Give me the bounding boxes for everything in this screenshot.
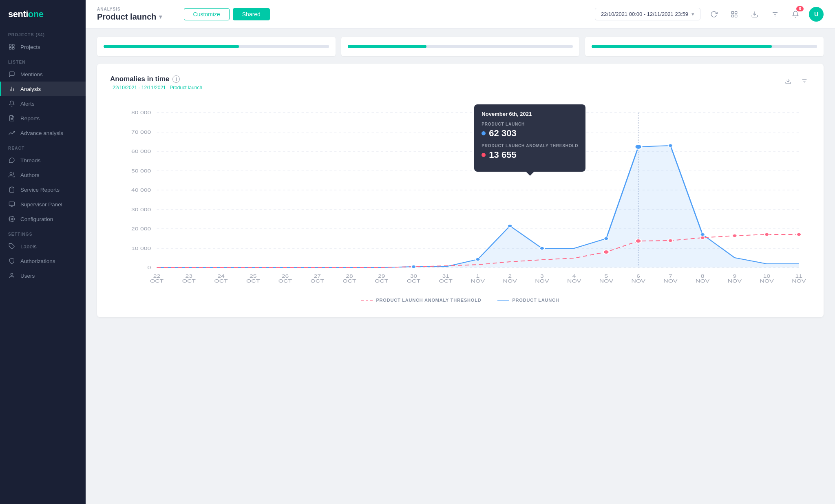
sidebar-item-configuration[interactable]: Configuration <box>0 212 86 226</box>
metric-bar-2 <box>341 37 580 56</box>
sidebar-item-authorizations[interactable]: Authorizations <box>0 254 86 268</box>
sidebar-section-projects: PROJECTS (34) <box>0 27 86 40</box>
sidebar-item-reports[interactable]: Reports <box>0 111 86 126</box>
info-icon[interactable]: i <box>172 75 180 83</box>
svg-text:11: 11 <box>795 274 803 279</box>
monitor-icon <box>8 201 15 208</box>
topbar: ANALYSIS Product launch ▾ Customize Shar… <box>86 0 835 29</box>
message-circle-icon <box>8 157 15 164</box>
svg-text:25: 25 <box>250 274 257 279</box>
sidebar-item-advance-analysis[interactable]: Advance analysis <box>0 126 86 140</box>
title-dropdown-chevron[interactable]: ▾ <box>159 13 162 20</box>
grid-view-button[interactable] <box>727 7 741 21</box>
filter-button[interactable] <box>768 7 782 21</box>
sidebar-item-label: Projects <box>20 44 40 50</box>
svg-text:8: 8 <box>701 274 705 279</box>
sidebar-item-label: Analysis <box>20 86 41 92</box>
svg-point-101 <box>668 239 673 242</box>
sidebar-item-mentions[interactable]: Mentions <box>0 67 86 82</box>
svg-point-100 <box>636 239 641 243</box>
sidebar-item-label: Alerts <box>20 101 35 107</box>
sidebar-item-label: Mentions <box>20 71 43 77</box>
message-icon <box>8 71 15 78</box>
chart-header: Anomalies in time i 22/10/2021 - 12/11/2… <box>110 75 811 91</box>
filter-icon <box>771 11 779 18</box>
main-content: ANALYSIS Product launch ▾ Customize Shar… <box>86 0 835 504</box>
date-range-text: 22/10/2021 00:00 - 12/11/2021 23:59 <box>601 11 688 17</box>
chart-title-wrap: Anomalies in time i 22/10/2021 - 12/11/2… <box>110 75 202 91</box>
clipboard-icon <box>8 186 15 193</box>
bell-icon <box>8 100 15 107</box>
svg-text:31: 31 <box>442 274 449 279</box>
svg-text:10 000: 10 000 <box>131 246 151 251</box>
svg-text:NOV: NOV <box>599 279 613 283</box>
legend-label: PRODUCT LAUNCH <box>512 298 559 303</box>
svg-point-96 <box>635 144 642 149</box>
sidebar-item-label: Authorizations <box>20 258 55 264</box>
download-icon <box>751 11 758 18</box>
sidebar-item-service-reports[interactable]: Service Reports <box>0 182 86 197</box>
trending-up-icon <box>8 129 15 137</box>
sidebar-item-label: Authors <box>20 172 40 178</box>
svg-point-92 <box>475 258 480 261</box>
sidebar-item-label: Reports <box>20 115 40 122</box>
sidebar-item-users[interactable]: Users <box>0 268 86 283</box>
user-icon <box>8 272 15 279</box>
svg-text:30: 30 <box>410 274 418 279</box>
sidebar-item-labels[interactable]: Labels <box>0 239 86 254</box>
svg-text:60 000: 60 000 <box>131 149 151 154</box>
user-avatar[interactable]: U <box>809 7 824 22</box>
notification-button[interactable]: 8 <box>789 7 802 21</box>
svg-rect-10 <box>11 187 13 188</box>
topbar-title-section: ANALYSIS Product launch ▾ <box>97 7 162 22</box>
notification-badge: 8 <box>796 6 804 11</box>
legend-anomaly-threshold: PRODUCT LAUNCH ANOMALY THRESHOLD <box>361 298 481 303</box>
file-text-icon <box>8 115 15 122</box>
svg-point-104 <box>764 233 769 236</box>
chart-title: Anomalies in time i <box>110 75 202 83</box>
chart-download-button[interactable] <box>782 75 794 87</box>
svg-text:2: 2 <box>508 274 512 279</box>
date-range-picker[interactable]: 22/10/2021 00:00 - 12/11/2021 23:59 ▾ <box>595 8 700 20</box>
svg-text:OCT: OCT <box>182 279 196 283</box>
analysis-label: ANALYSIS <box>97 7 162 11</box>
sidebar-item-threads[interactable]: Threads <box>0 153 86 168</box>
svg-rect-18 <box>735 11 737 13</box>
svg-text:NOV: NOV <box>663 279 677 283</box>
svg-text:20 000: 20 000 <box>131 226 151 231</box>
customize-tab[interactable]: Customize <box>184 8 230 20</box>
svg-text:NOV: NOV <box>567 279 581 283</box>
svg-point-99 <box>603 250 609 254</box>
users-icon <box>8 171 15 179</box>
sidebar-item-supervisor-panel[interactable]: Supervisor Panel <box>0 197 86 212</box>
anomalies-chart-card: Anomalies in time i 22/10/2021 - 12/11/2… <box>97 64 824 317</box>
sidebar-item-authors[interactable]: Authors <box>0 168 86 182</box>
chart-legend: PRODUCT LAUNCH ANOMALY THRESHOLD PRODUCT… <box>110 298 811 303</box>
svg-rect-1 <box>12 44 14 46</box>
shared-tab[interactable]: Shared <box>233 8 270 20</box>
topbar-right: 22/10/2021 00:00 - 12/11/2021 23:59 ▾ 8 … <box>595 7 824 22</box>
grid-icon <box>8 43 15 51</box>
svg-text:NOV: NOV <box>792 279 806 283</box>
chart-subtitle: 22/10/2021 - 12/11/2021 Product launch <box>110 85 202 91</box>
refresh-button[interactable] <box>707 7 721 21</box>
download-button[interactable] <box>748 7 762 21</box>
sidebar-section-settings: SETTINGS <box>0 226 86 239</box>
legend-label: PRODUCT LAUNCH ANOMALY THRESHOLD <box>376 298 481 303</box>
svg-text:50 000: 50 000 <box>131 168 151 173</box>
svg-text:3: 3 <box>540 274 544 279</box>
svg-point-93 <box>508 224 512 228</box>
sidebar-item-analysis[interactable]: Analysis <box>0 82 86 96</box>
svg-text:NOV: NOV <box>503 279 517 283</box>
svg-text:OCT: OCT <box>246 279 260 283</box>
svg-point-94 <box>540 247 544 250</box>
refresh-icon <box>710 11 718 18</box>
sidebar-item-projects[interactable]: Projects <box>0 40 86 54</box>
sidebar-item-alerts[interactable]: Alerts <box>0 96 86 111</box>
chart-settings-button[interactable] <box>798 75 811 87</box>
settings-icon <box>8 215 15 223</box>
metric-bar-3 <box>585 37 824 56</box>
svg-text:NOV: NOV <box>632 279 645 283</box>
svg-text:9: 9 <box>733 274 736 279</box>
sidebar-section-react: REACT <box>0 140 86 153</box>
